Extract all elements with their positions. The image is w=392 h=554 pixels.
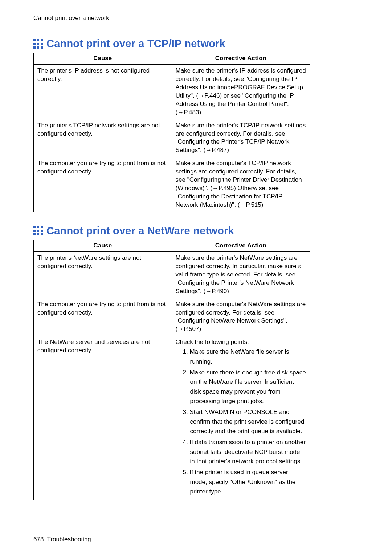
page-footer: 678 Troubleshooting <box>33 536 91 543</box>
section-heading-tcpip: Cannot print over a TCP/IP network <box>33 38 359 50</box>
section-title: Cannot print over a NetWare network <box>46 225 234 237</box>
table-row: The printer's NetWare settings are not c… <box>34 251 310 298</box>
cell-action: Check the following points. Make sure th… <box>172 336 310 500</box>
cell-action: Make sure the computer's TCP/IP network … <box>172 157 310 212</box>
svg-rect-6 <box>33 46 36 49</box>
page: Cannot print over a network Cannot print… <box>0 0 392 554</box>
table-tcpip: Cause Corrective Action The printer's IP… <box>33 53 310 212</box>
section-heading-netware: Cannot print over a NetWare network <box>33 225 359 237</box>
svg-rect-4 <box>37 43 39 45</box>
table-header-row: Cause Corrective Action <box>34 53 310 65</box>
list-item: Make sure the NetWare file server is run… <box>183 347 306 366</box>
action-list: Make sure the NetWare file server is run… <box>176 347 306 496</box>
svg-rect-9 <box>33 226 36 228</box>
cell-cause: The NetWare server and services are not … <box>34 336 172 500</box>
svg-rect-15 <box>33 233 36 235</box>
svg-rect-3 <box>33 43 36 45</box>
cell-cause: The printer's NetWare settings are not c… <box>34 251 172 298</box>
table-row: The computer you are trying to print fro… <box>34 157 310 212</box>
table-header-row: Cause Corrective Action <box>34 240 310 251</box>
cell-action: Make sure the printer's IP address is co… <box>172 64 310 119</box>
svg-rect-11 <box>41 226 43 228</box>
list-item: If the printer is used in queue server m… <box>183 468 306 496</box>
svg-rect-14 <box>41 230 43 232</box>
table-row: The printer's TCP/IP network settings ar… <box>34 119 310 157</box>
cell-cause: The computer you are trying to print fro… <box>34 157 172 212</box>
table-row: The computer you are trying to print fro… <box>34 298 310 336</box>
svg-rect-0 <box>33 39 36 41</box>
header-cause: Cause <box>34 240 172 251</box>
section-grid-icon <box>33 226 43 235</box>
svg-rect-16 <box>37 233 39 235</box>
svg-rect-10 <box>37 226 39 228</box>
cell-action: Make sure the computer's NetWare setting… <box>172 298 310 336</box>
table-row: The printer's IP address is not configur… <box>34 64 310 119</box>
footer-section: Troubleshooting <box>47 536 91 543</box>
cell-cause: The printer's TCP/IP network settings ar… <box>34 119 172 157</box>
section-grid-icon <box>33 39 43 49</box>
header-action: Corrective Action <box>172 240 310 251</box>
svg-rect-12 <box>33 230 36 232</box>
svg-rect-7 <box>37 46 39 49</box>
svg-rect-1 <box>37 39 39 41</box>
list-item: Start NWADMIN or PCONSOLE and confirm th… <box>183 407 306 436</box>
section-title: Cannot print over a TCP/IP network <box>46 38 225 50</box>
cell-action: Make sure the printer's NetWare settings… <box>172 251 310 298</box>
svg-rect-17 <box>41 233 43 235</box>
header-action: Corrective Action <box>172 53 310 65</box>
table-row: The NetWare server and services are not … <box>34 336 310 500</box>
cell-cause: The computer you are trying to print fro… <box>34 298 172 336</box>
svg-rect-2 <box>41 39 43 41</box>
cell-action: Make sure the printer's TCP/IP network s… <box>172 119 310 157</box>
svg-rect-13 <box>37 230 39 232</box>
action-intro: Check the following points. <box>176 338 306 346</box>
header-cause: Cause <box>34 53 172 65</box>
svg-rect-5 <box>41 43 43 45</box>
cell-cause: The printer's IP address is not configur… <box>34 64 172 119</box>
list-item: Make sure there is enough free disk spac… <box>183 368 306 406</box>
table-netware: Cause Corrective Action The printer's Ne… <box>33 240 310 500</box>
svg-rect-8 <box>41 46 43 49</box>
running-head: Cannot print over a network <box>33 15 359 22</box>
list-item: If data transmission to a printer on ano… <box>183 438 306 466</box>
page-number: 678 <box>33 536 44 543</box>
